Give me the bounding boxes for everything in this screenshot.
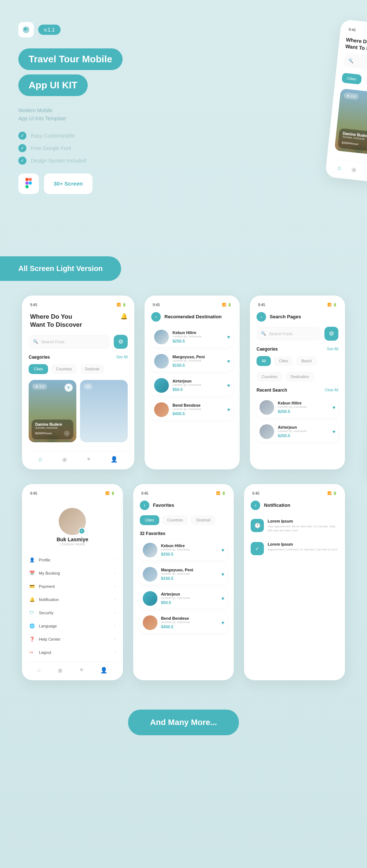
menu-item-notification[interactable]: 🔔 Notification › xyxy=(27,593,118,606)
item-name: Airterjeun xyxy=(278,425,329,429)
chip-beach[interactable]: Beach xyxy=(296,356,317,366)
figma-button[interactable] xyxy=(18,173,39,194)
menu-icon: ❓ xyxy=(29,637,35,642)
nav-favorites-icon[interactable]: ♥ xyxy=(87,456,91,463)
list-item[interactable]: Kebun Hilire Lembeh ijo, Indonesia $250.… xyxy=(151,327,233,347)
menu-icon: 🔔 xyxy=(29,597,35,602)
item-name: Margoyuso, Peni xyxy=(172,355,224,359)
item-price: $50.5 xyxy=(161,600,218,605)
menu-item-profile[interactable]: 👤 Profile › xyxy=(27,553,118,567)
chip-countries[interactable]: Countries xyxy=(51,364,77,374)
screen-recommended: 9:45📶🔋 ‹ Recomended Destination Kebun Hi… xyxy=(145,296,240,469)
nav-profile-icon[interactable]: 👤 xyxy=(100,667,108,674)
chevron-right-icon: › xyxy=(114,624,115,628)
list-item[interactable]: Margoyuso, Peni Lembeh ijo, Indonesia $1… xyxy=(140,564,228,585)
search-input[interactable]: 🔍Search Food.. xyxy=(29,335,110,349)
heart-icon[interactable]: ♥ xyxy=(221,547,224,553)
footer-more-button[interactable]: And Many More... xyxy=(128,710,239,735)
notification-item[interactable]: 🕐 Lorem Ipsum Your appointment will be s… xyxy=(249,515,340,538)
avatar[interactable]: ✓ xyxy=(59,508,86,535)
screens-count-button[interactable]: 30+ Screen xyxy=(44,173,92,194)
chevron-right-icon: › xyxy=(114,611,115,615)
list-item[interactable]: Bend Bendese Lembeh ijo, Indonesia $450.… xyxy=(151,399,233,420)
bell-icon[interactable]: 🔔 xyxy=(120,313,128,320)
see-all-link[interactable]: See All xyxy=(327,347,338,351)
nav-explore-icon[interactable]: ◉ xyxy=(62,456,67,463)
heart-icon[interactable]: ♥ xyxy=(227,334,230,340)
chip-destination[interactable]: Destinati xyxy=(80,364,105,374)
back-button[interactable]: ‹ xyxy=(140,501,149,510)
list-item[interactable]: Airterjeun Lembeh ijo, Indonesia $50.5 ♥ xyxy=(140,588,228,609)
chip-countries[interactable]: Countries xyxy=(257,372,283,382)
notification-item[interactable]: ✓ Lorem Ipsum Appointment Confirmed. Dr … xyxy=(249,538,340,561)
back-button[interactable]: ‹ xyxy=(251,501,260,510)
menu-item-help-center[interactable]: ❓ Help Center › xyxy=(27,633,118,646)
menu-item-language[interactable]: 🌐 Language › xyxy=(27,619,118,633)
chip-cities[interactable]: Cities xyxy=(140,515,159,525)
menu-item-payment[interactable]: 💳 Payment › xyxy=(27,580,118,593)
list-item[interactable]: Kebun Hilire Lembeh ijo, Indonesia $250.… xyxy=(257,397,338,418)
item-price: $50.5 xyxy=(172,387,224,392)
check-icon: ✓ xyxy=(18,132,26,140)
back-button[interactable]: ‹ xyxy=(151,312,161,322)
heart-icon[interactable]: ♥ xyxy=(221,596,224,601)
chevron-right-icon: › xyxy=(114,584,115,588)
chip-destination[interactable]: Destinati xyxy=(191,515,215,525)
menu-icon: 📅 xyxy=(29,571,35,576)
menu-label: Payment xyxy=(39,584,110,589)
menu-label: Language xyxy=(39,624,110,628)
check-icon: ✓ xyxy=(18,144,26,152)
item-location: Lembeh ijo, Indonesia xyxy=(161,596,218,600)
item-location: Lembeh ijo, Indonesia xyxy=(172,335,224,338)
item-name: Kebun Hilire xyxy=(161,543,218,548)
list-item[interactable]: Margoyuso, Peni Lembeh ijo, Indonesia $1… xyxy=(151,351,233,371)
heart-icon[interactable]: ♥ xyxy=(333,429,335,435)
filter-button[interactable]: ⚙ xyxy=(114,335,128,349)
svg-point-6 xyxy=(25,185,29,188)
check-icon: ✓ xyxy=(251,542,264,555)
see-all-link[interactable]: See All xyxy=(116,355,128,359)
list-item[interactable]: Bend Bendese Lembeh ijo, Indonesia $450.… xyxy=(140,612,228,633)
item-name: Airterjeun xyxy=(172,379,224,383)
nav-home-icon[interactable]: ⌂ xyxy=(37,667,41,674)
destination-card[interactable]: ★ 4.4 ♥ Damine Budere Sumatra, Indonesia… xyxy=(29,380,76,442)
menu-label: Notification xyxy=(39,597,110,602)
heart-icon[interactable]: ♥ xyxy=(227,407,230,413)
chip-all[interactable]: All xyxy=(257,356,271,366)
list-item[interactable]: Kebun Hilire Lembeh ijo, Indonesia $250.… xyxy=(140,540,228,560)
chip-countries[interactable]: Countries xyxy=(162,515,188,525)
feature-item: ✓Easy Customizable xyxy=(18,132,349,140)
search-input[interactable]: 🔍Search Food.. xyxy=(257,327,321,341)
chip-cities[interactable]: Cities xyxy=(29,364,48,374)
nav-profile-icon[interactable]: 👤 xyxy=(110,456,118,463)
menu-item-lagout[interactable]: ↪ Lagout › xyxy=(27,646,118,659)
heart-icon[interactable]: ♥ xyxy=(65,384,73,392)
heart-icon[interactable]: ♥ xyxy=(227,358,230,364)
arrow-icon[interactable]: → xyxy=(64,431,70,436)
thumbnail xyxy=(143,615,157,630)
chip-destination[interactable]: Destination xyxy=(286,372,314,382)
version-badge: v.1.1 xyxy=(38,25,61,35)
nav-favorites-icon[interactable]: ♥ xyxy=(80,667,84,674)
chip-cities[interactable]: Cities xyxy=(274,356,293,366)
chevron-right-icon: › xyxy=(114,597,115,601)
filter-button[interactable]: ⚙ xyxy=(324,327,338,341)
heart-icon[interactable]: ♥ xyxy=(333,404,335,410)
heart-icon[interactable]: ♥ xyxy=(221,571,224,577)
profile-name: Buk Lasmiye xyxy=(27,536,118,542)
nav-home-icon[interactable]: ⌂ xyxy=(39,456,42,463)
menu-item-my-booking[interactable]: 📅 My Booking › xyxy=(27,567,118,580)
chevron-right-icon: › xyxy=(114,558,115,562)
chevron-right-icon: › xyxy=(114,637,115,641)
menu-item-security[interactable]: 🛡 Security › xyxy=(27,606,118,619)
back-button[interactable]: ‹ xyxy=(257,312,266,322)
clear-all-link[interactable]: Clear All xyxy=(325,388,338,392)
menu-label: Profile xyxy=(39,558,110,562)
heart-icon[interactable]: ♥ xyxy=(227,382,230,388)
heart-icon[interactable]: ♥ xyxy=(221,620,224,626)
list-item[interactable]: Airterjeun Lembeh ijo, Indonesia $50.5 ♥ xyxy=(151,375,233,396)
list-item[interactable]: Airterjeun Lembeh ijo, Indonesia $250.5 … xyxy=(257,421,338,442)
nav-explore-icon[interactable]: ◉ xyxy=(58,667,63,674)
destination-card[interactable]: ★ xyxy=(80,380,128,442)
item-location: Lembeh ijo, Indonesia xyxy=(278,405,329,409)
